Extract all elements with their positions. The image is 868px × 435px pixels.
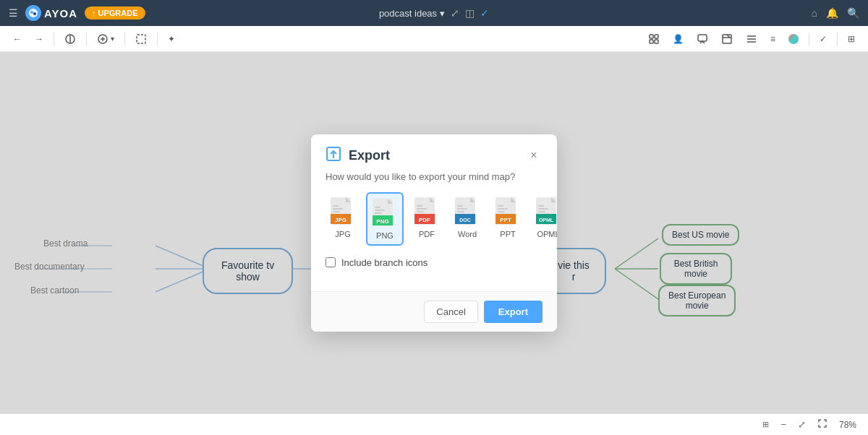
title-dropdown-arrow: ▾ [440, 8, 445, 19]
svg-rect-36 [333, 211, 340, 212]
redo-button[interactable]: → [30, 32, 48, 46]
fit-to-screen-button[interactable]: ⤢ [795, 418, 809, 431]
include-branch-icons-label[interactable]: Include branch icons [341, 257, 427, 268]
svg-rect-13 [698, 35, 707, 41]
svg-rect-60 [498, 211, 505, 212]
notification-icon[interactable]: 🔔 [826, 7, 838, 19]
logo-text: AYOA [44, 7, 77, 20]
card-view-button[interactable] [644, 31, 664, 47]
modal-overlay: Export × How would you like to export yo… [0, 52, 868, 413]
format-word[interactable]: DOC Word [450, 192, 485, 246]
more-options-button[interactable]: ⊞ [843, 32, 859, 46]
fullscreen-button[interactable] [814, 417, 830, 432]
dialog-body: JPG JPG [311, 192, 557, 291]
svg-rect-12 [655, 40, 658, 43]
format-opml[interactable]: OPML OPML [531, 192, 557, 246]
toolbar-sep-5 [809, 33, 809, 46]
svg-rect-40 [375, 207, 380, 208]
toolbar: ← → ▾ ✦ 👤 ≡ [0, 26, 868, 52]
comment-button[interactable] [692, 31, 712, 47]
svg-point-1 [30, 11, 33, 14]
toolbar-sep-6 [837, 33, 838, 46]
dialog-close-button[interactable]: × [525, 147, 542, 164]
svg-rect-46 [417, 205, 422, 207]
export-button[interactable]: Export [484, 301, 542, 323]
toolbar-right: 👤 ≡ ✓ ⊞ [644, 31, 859, 47]
opml-label: OPML [537, 230, 557, 238]
svg-point-2 [33, 12, 36, 15]
jpg-icon: JPG [330, 197, 356, 227]
collaborator-button[interactable]: 👤 [668, 32, 688, 46]
project-title[interactable]: podcast ideas ▾ [379, 8, 445, 19]
dialog-title-area: Export [326, 146, 390, 165]
svg-text:PNG: PNG [376, 218, 388, 225]
color-button[interactable] [784, 32, 803, 46]
bottom-bar: ⊞ − ⤢ 78% [0, 413, 868, 435]
svg-rect-54 [457, 211, 464, 212]
ayoa-logo: AYOA [25, 5, 77, 21]
zoom-out-button[interactable]: − [778, 418, 789, 431]
svg-text:DOC: DOC [459, 218, 471, 223]
svg-text:PPT: PPT [500, 217, 511, 223]
project-title-text: podcast ideas [379, 8, 437, 19]
map-view-icon[interactable]: ⤢ [451, 7, 459, 19]
svg-rect-14 [723, 35, 731, 43]
add-node-button[interactable]: ▾ [93, 31, 119, 47]
pdf-icon: PDF [414, 197, 440, 227]
svg-rect-10 [655, 35, 658, 38]
opml-icon: OPML [535, 197, 557, 227]
png-icon: PNG [372, 198, 398, 228]
format-jpg[interactable]: JPG JPG [326, 192, 360, 246]
navbar-left: ☰ AYOA ↑ UPGRADE [9, 5, 145, 21]
svg-rect-9 [650, 35, 653, 38]
svg-rect-35 [333, 208, 343, 210]
svg-rect-66 [538, 211, 545, 212]
svg-rect-64 [538, 205, 544, 207]
format-pdf[interactable]: PDF PDF [409, 192, 444, 246]
svg-rect-53 [457, 208, 467, 210]
svg-text:PDF: PDF [419, 217, 430, 223]
format-options: JPG JPG [326, 192, 542, 246]
ppt-icon: PPT [495, 197, 521, 227]
check-items-button[interactable]: ✓ [815, 32, 831, 46]
format-ppt[interactable]: PPT PPT [490, 192, 525, 246]
format-png[interactable]: PNG PNG [366, 192, 404, 246]
style-button[interactable]: ✦ [163, 32, 179, 46]
undo-button[interactable]: ← [9, 32, 26, 46]
include-icons-row: Include branch icons [326, 257, 542, 268]
dialog-subtitle: How would you like to export your mind m… [311, 171, 557, 192]
word-label: Word [458, 230, 477, 238]
svg-rect-47 [417, 208, 427, 210]
include-branch-icons-checkbox[interactable] [326, 257, 336, 267]
menu-icon[interactable]: ☰ [9, 7, 18, 19]
navbar-center: podcast ideas ▾ ⤢ ◫ ✓ [379, 7, 489, 19]
ppt-label: PPT [500, 230, 515, 238]
navbar: ☰ AYOA ↑ UPGRADE podcast ideas ▾ ⤢ ◫ ✓ ⌂… [0, 0, 868, 26]
logo-icon-shape [25, 5, 41, 21]
home-icon[interactable]: ⌂ [812, 7, 817, 19]
toolbar-sep-3 [124, 33, 125, 46]
word-icon: DOC [454, 197, 480, 227]
select-button[interactable] [131, 31, 151, 47]
filter-button[interactable]: ≡ [766, 32, 780, 46]
toolbar-sep-2 [86, 33, 87, 46]
svg-text:JPG: JPG [335, 217, 346, 223]
zoom-level-display[interactable]: 78% [836, 418, 859, 431]
dialog-title: Export [349, 148, 390, 163]
cancel-button[interactable]: Cancel [424, 301, 477, 323]
toolbar-sep-4 [157, 33, 158, 46]
export-dialog: Export × How would you like to export yo… [311, 134, 557, 332]
check-icon[interactable]: ✓ [480, 7, 489, 19]
search-icon[interactable]: 🔍 [847, 7, 859, 19]
list-view-button[interactable] [741, 31, 762, 47]
toolbar-left: ← → ▾ ✦ [9, 31, 179, 47]
edit-button[interactable] [717, 31, 737, 47]
shape-tool-button[interactable] [60, 31, 80, 47]
export-dialog-icon [326, 146, 341, 165]
collapse-icon[interactable]: ⊞ [760, 418, 772, 431]
upgrade-button[interactable]: ↑ UPGRADE [85, 7, 145, 20]
layout-icon[interactable]: ◫ [465, 7, 475, 19]
canvas[interactable]: Best drama Best documentary Best cartoon… [0, 52, 868, 413]
svg-rect-58 [498, 205, 503, 207]
navbar-right: ⌂ 🔔 🔍 [812, 7, 859, 19]
